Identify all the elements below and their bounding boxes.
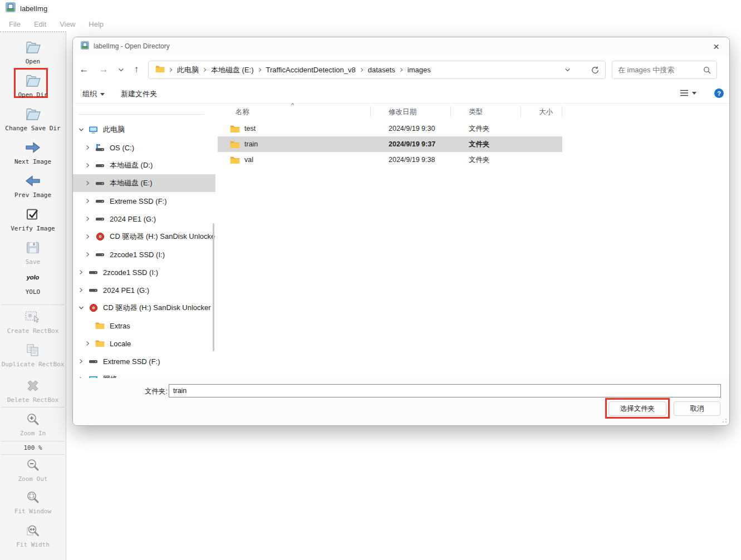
chevron-right-icon[interactable]: [85, 145, 95, 150]
tree-item-locale[interactable]: Locale: [73, 335, 215, 352]
menu-edit[interactable]: Edit: [27, 20, 53, 28]
sidebar-item-yolo[interactable]: yolo YOLO: [0, 274, 66, 296]
file-row-train[interactable]: train 2024/9/19 9:37 文件夹: [218, 136, 562, 152]
sidebar-item-change-save-dir[interactable]: Change Save Dir: [0, 106, 66, 132]
tree-item-this-pc[interactable]: 此电脑: [73, 121, 215, 139]
delete-x-icon: [26, 377, 40, 394]
sidebar-item-label: Fit Width: [16, 541, 50, 548]
sidebar-item-next-image[interactable]: Next Image: [0, 139, 66, 165]
tree-item-2024-pe1-g[interactable]: 2024 PE1 (G:): [73, 210, 215, 228]
breadcrumb-trafficaccidentdetection[interactable]: TrafficAccidentDetection_v8: [266, 66, 356, 74]
tree-item-local-disk-d[interactable]: 本地磁盘 (D:): [73, 156, 215, 174]
resize-grip[interactable]: [720, 416, 727, 423]
tree-item-2024-pe1-g-2[interactable]: 2024 PE1 (G:): [73, 281, 215, 299]
sidebar-item-delete-rectbox: Delete RectBox: [0, 377, 66, 404]
folder-icon: [230, 156, 240, 164]
sidebar-item-zoom-level[interactable]: 100 %: [0, 444, 66, 451]
tree-item-2zcode1-ssd-i-2[interactable]: 2zcode1 SSD (I:): [73, 263, 215, 281]
sidebar-item-label: Change Save Dir: [5, 125, 60, 132]
chevron-down-icon[interactable]: [78, 305, 88, 311]
dialog-titlebar[interactable]: labelImg - Open Directory ×: [73, 37, 729, 55]
tree-item-cd-drive-h-2[interactable]: CD 驱动器 (H:) SanDisk Unlocker: [73, 299, 215, 317]
folder-name-input[interactable]: [169, 384, 721, 397]
chevron-right-icon[interactable]: [85, 341, 95, 346]
tree-item-extreme-ssd-f[interactable]: Extreme SSD (F:): [73, 192, 215, 210]
chevron-right-icon[interactable]: [85, 163, 95, 168]
column-header-size[interactable]: 大小: [521, 106, 562, 117]
recent-locations-chevron-icon[interactable]: [113, 62, 129, 77]
search-input[interactable]: [618, 66, 703, 74]
back-icon[interactable]: ←: [76, 62, 92, 77]
chevron-down-icon[interactable]: [78, 127, 88, 132]
tree-scrollbar[interactable]: [213, 223, 214, 351]
tree-item-cd-drive-h[interactable]: CD 驱动器 (H:) SanDisk Unlocke: [73, 228, 215, 245]
cancel-button[interactable]: 取消: [674, 401, 720, 416]
file-row-test[interactable]: test 2024/9/19 9:30 文件夹: [218, 121, 562, 136]
drive-icon: [95, 179, 105, 188]
address-dropdown-chevron-icon[interactable]: [565, 67, 571, 73]
forward-icon[interactable]: →: [96, 62, 111, 77]
tree-item-label: CD 驱动器 (H:) SanDisk Unlocke: [110, 232, 215, 242]
menu-file[interactable]: File: [2, 20, 27, 28]
choose-folder-button[interactable]: 选择文件夹: [608, 401, 666, 416]
tree-item-2zcode1-ssd-i[interactable]: 2zcode1 SSD (I:): [73, 245, 215, 263]
app-icon: [81, 41, 89, 52]
tree-item-label: 此电脑: [103, 125, 125, 135]
menu-view[interactable]: View: [53, 20, 82, 28]
search-icon: [703, 66, 711, 74]
help-icon[interactable]: ?: [714, 89, 724, 98]
sidebar-item-label: Next Image: [14, 158, 51, 165]
chevron-right-icon[interactable]: [85, 180, 95, 186]
sidebar-item-verify-image[interactable]: Verify Image: [0, 206, 66, 232]
chevron-right-icon[interactable]: [85, 234, 95, 239]
breadcrumb-datasets[interactable]: datasets: [368, 66, 395, 74]
close-icon[interactable]: ×: [711, 41, 722, 52]
search-box[interactable]: [612, 61, 717, 79]
refresh-icon[interactable]: [591, 66, 600, 75]
column-header-name[interactable]: 名称: [218, 106, 371, 117]
chevron-right-icon[interactable]: [78, 287, 88, 293]
sidebar-item-label: Open: [26, 58, 41, 65]
file-row-val[interactable]: val 2024/9/19 9:38 文件夹: [218, 152, 562, 168]
tree-item-extreme-ssd-f-2[interactable]: Extreme SSD (F:): [73, 352, 215, 370]
sidebar-item-open[interactable]: Open: [0, 39, 66, 65]
breadcrumb-this-pc[interactable]: 此电脑: [177, 65, 199, 75]
address-bar[interactable]: 此电脑 本地磁盘 (E:) TrafficAccidentDetection_v…: [148, 61, 606, 79]
chevron-right-icon[interactable]: [85, 252, 95, 257]
folder-icon: [95, 340, 105, 347]
sidebar-separator: [1, 407, 65, 407]
dialog-footer: 文件夹: 选择文件夹 取消: [73, 378, 729, 425]
up-icon[interactable]: ↑: [129, 62, 144, 77]
menu-help[interactable]: Help: [82, 20, 110, 28]
tool-sidebar: Open Open Dir Change Save Dir Next Image…: [0, 31, 66, 560]
list-header: ^ 名称 修改日期 类型 大小: [218, 104, 729, 119]
tree-item-os-c[interactable]: OS (C:): [73, 139, 215, 156]
computer-icon: [88, 126, 99, 134]
sidebar-item-prev-image[interactable]: Prev Image: [0, 173, 66, 199]
app-title: labelImg: [20, 4, 47, 13]
view-options-button[interactable]: [680, 89, 696, 97]
arrow-left-icon: [24, 173, 41, 189]
chevron-right-icon[interactable]: [78, 358, 88, 364]
breadcrumb-images[interactable]: images: [408, 66, 431, 74]
sidebar-item-save: Save: [0, 239, 66, 266]
sidebar-item-open-dir[interactable]: Open Dir: [0, 72, 66, 99]
organize-label: 组织: [82, 89, 97, 99]
breadcrumb-local-disk-e[interactable]: 本地磁盘 (E:): [211, 65, 254, 75]
chevron-right-icon[interactable]: [85, 216, 95, 222]
tree-item-label: 本地磁盘 (E:): [110, 178, 153, 188]
new-folder-button[interactable]: 新建文件夹: [121, 89, 157, 99]
dialog-toolbar: 组织 新建文件夹 ?: [73, 85, 729, 104]
column-header-type[interactable]: 类型: [451, 106, 521, 117]
tree-item-local-disk-e[interactable]: 本地磁盘 (E:): [73, 174, 215, 192]
organize-button[interactable]: 组织: [82, 89, 105, 99]
dialog-navbar: ← → ↑ 此电脑 本地磁盘 (E:) TrafficAccidentDetec…: [73, 55, 729, 85]
tree-item-extras[interactable]: Extras: [73, 317, 215, 335]
chevron-right-icon[interactable]: [85, 198, 95, 204]
tree-item-label: 2zcode1 SSD (I:): [110, 250, 165, 259]
app-icon: [6, 2, 16, 14]
column-header-date-modified[interactable]: 修改日期: [371, 106, 451, 117]
file-list: ^ 名称 修改日期 类型 大小 test 2024/9/19 9:30 文件夹: [218, 104, 729, 379]
chevron-right-icon[interactable]: [78, 269, 88, 275]
file-type: 文件夹: [451, 124, 521, 134]
